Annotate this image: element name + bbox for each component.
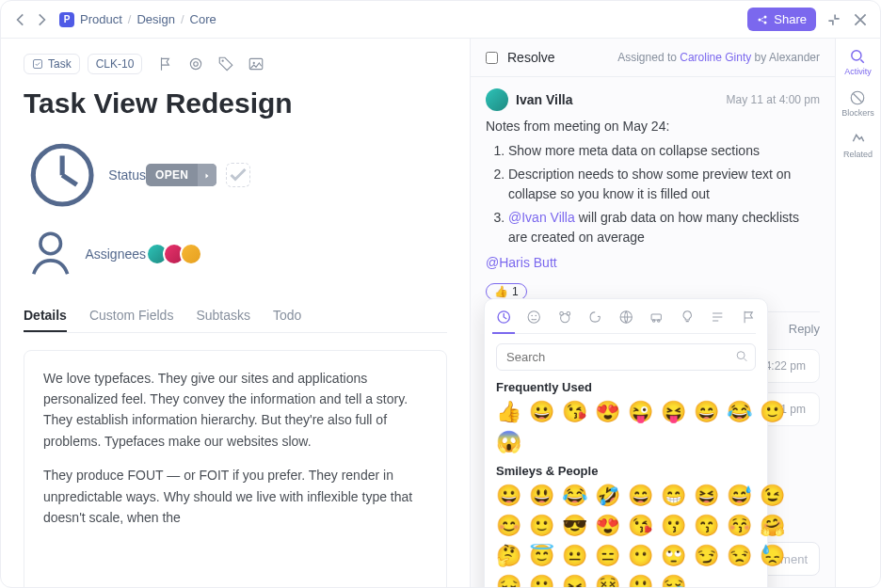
emoji-item[interactable]: 😜 [628,400,653,424]
emoji-item[interactable]: 👍 [496,400,521,424]
description-card[interactable]: We love typefaces. They give our sites a… [24,350,447,587]
emoji-item[interactable]: 😘 [628,514,653,538]
emoji-item[interactable]: 😀 [496,484,521,508]
emoji-tab-activity[interactable] [618,309,633,326]
emoji-item[interactable]: 😚 [727,514,752,538]
tab-subtasks[interactable]: Subtasks [196,300,250,332]
close-icon[interactable] [852,11,869,28]
emoji-item[interactable]: 😊 [496,514,521,538]
breadcrumb-item[interactable]: Design [136,12,174,26]
emoji-tab-objects[interactable] [680,309,695,326]
image-icon[interactable] [248,56,264,72]
emoji-item[interactable]: 😅 [727,484,752,508]
emoji-item[interactable]: 🤐 [628,574,653,587]
assignee-avatars[interactable] [146,243,202,265]
emoji-item[interactable]: 😓 [760,544,785,568]
emoji-item[interactable]: 😙 [694,514,719,538]
emoji-item[interactable]: 🙂 [529,514,554,538]
emoji-item[interactable]: 😵 [595,574,620,587]
comment-list-item: Show more meta data on collapse sections [508,141,820,161]
emoji-item[interactable]: 😆 [694,484,719,508]
emoji-item[interactable]: 😘 [562,400,587,424]
emoji-item[interactable]: 😝 [661,400,686,424]
emoji-item[interactable]: 😄 [628,484,653,508]
tab-custom-fields[interactable]: Custom Fields [89,300,173,332]
emoji-item[interactable]: 😂 [562,484,587,508]
emoji-item[interactable]: 😔 [496,574,521,587]
comment-lead: Notes from meeting on May 24: [486,119,820,134]
back-button[interactable] [12,11,29,28]
forward-button[interactable] [33,11,50,28]
assignee-link[interactable]: Caroline Ginty [680,51,751,64]
emoji-search-input[interactable] [496,343,756,371]
rail-related[interactable]: Related [843,131,873,159]
emoji-item[interactable]: 🙄 [661,544,686,568]
emoji-item[interactable]: 😂 [727,400,752,424]
share-button[interactable]: Share [747,8,816,31]
emoji-item[interactable]: 😖 [562,574,587,587]
emoji-item[interactable]: 😗 [661,514,686,538]
emoji-tab-animals[interactable] [557,309,572,326]
emoji-tab-smileys[interactable] [526,309,541,326]
emoji-tab-symbols[interactable] [710,309,725,326]
emoji-tab-recent[interactable] [496,309,511,326]
emoji-item[interactable]: 🤣 [595,484,620,508]
comment-list-item: @Ivan Villa will grab data on how many c… [508,208,820,247]
emoji-item[interactable]: 🤗 [760,514,785,538]
emoji-item[interactable]: 😶 [628,544,653,568]
tab-details[interactable]: Details [24,300,67,332]
sprint-icon[interactable] [187,56,204,72]
emoji-item[interactable]: 😒 [727,544,752,568]
flag-icon[interactable] [157,56,174,72]
mention[interactable]: @Haris Butt [486,255,557,270]
emoji-item[interactable]: 😪 [661,574,686,587]
mention[interactable]: @Ivan Villa [508,210,575,225]
rail-activity[interactable]: Activity [844,48,872,76]
emoji-item[interactable]: 🤔 [496,544,521,568]
svg-point-4 [191,58,201,69]
svg-point-6 [222,60,224,62]
emoji-item[interactable]: 🙂 [760,400,785,424]
avatar[interactable] [180,243,202,265]
emoji-item[interactable]: 😕 [529,574,554,587]
svg-point-25 [658,320,660,322]
emoji-item[interactable]: 😎 [562,514,587,538]
task-type-chip[interactable]: Task [24,54,80,74]
reply-button[interactable]: Reply [789,322,820,336]
status-pill[interactable]: OPEN [146,164,216,186]
tabs: Details Custom Fields Subtasks Todo [24,300,447,333]
breadcrumb-item[interactable]: Product [80,12,122,26]
breadcrumb-item[interactable]: Core [190,12,216,26]
emoji-item[interactable]: 😑 [595,544,620,568]
emoji-tab-flags[interactable] [741,309,756,326]
emoji-item[interactable]: 😁 [661,484,686,508]
comment-author[interactable]: Ivan Villa [516,92,572,107]
resolve-checkbox[interactable] [486,52,498,64]
tag-icon[interactable] [217,56,234,72]
collapse-icon[interactable] [825,11,842,28]
emoji-tab-travel[interactable] [649,309,664,326]
emoji-item[interactable]: 😍 [595,400,620,424]
emoji-item[interactable]: 😍 [595,514,620,538]
rail-blockers[interactable]: Blockers [841,89,874,118]
task-title[interactable]: Task View Redesign [24,87,447,119]
emoji-item[interactable]: 😄 [694,400,719,424]
emoji-item[interactable]: 😉 [760,484,785,508]
tab-todo[interactable]: Todo [273,300,301,332]
complete-checkbox[interactable] [226,163,250,187]
task-id-chip[interactable]: CLK-10 [88,54,143,74]
show-more-button[interactable]: Show more [43,541,427,587]
emoji-item[interactable]: 😱 [496,430,521,454]
emoji-item[interactable]: 😐 [562,544,587,568]
svg-point-10 [40,233,61,254]
emoji-item[interactable]: 😀 [529,400,554,424]
svg-point-18 [536,315,537,317]
assignees-label: Assignees [24,227,146,280]
svg-point-24 [653,320,655,322]
emoji-item[interactable]: 😇 [529,544,554,568]
assigned-to-line: Assigned to Caroline Ginty by Alexander [617,51,820,64]
emoji-tab-food[interactable] [587,309,602,326]
emoji-item[interactable]: 😏 [694,544,719,568]
emoji-item[interactable]: 😃 [529,484,554,508]
comment-timestamp: May 11 at 4:00 pm [727,93,820,106]
